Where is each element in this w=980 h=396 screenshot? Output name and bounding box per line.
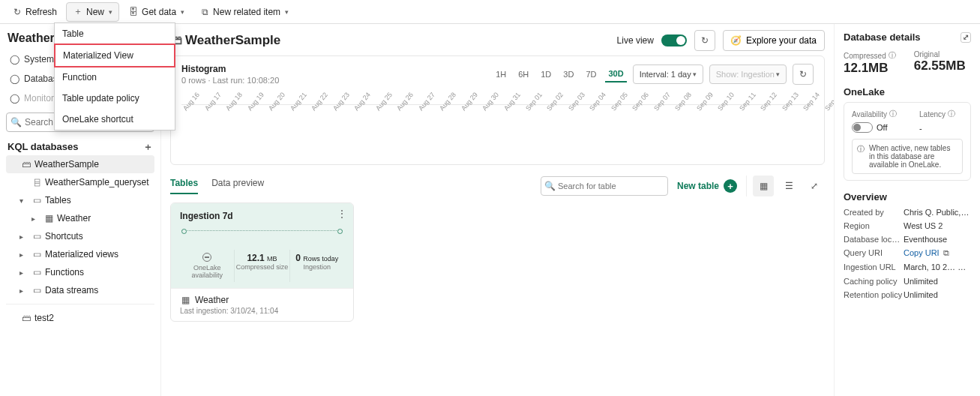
info-icon: ⓘ (889, 109, 897, 119)
range-1d[interactable]: 1D (538, 67, 554, 82)
tree-label: Materialized views (45, 249, 118, 260)
tile-menu-button[interactable]: ⋮ (337, 208, 347, 220)
tile-stat: 12.1 MBCompressed size (234, 250, 289, 282)
detail-row: Database locati…Eventhouse (844, 232, 971, 246)
new-menu-item-table[interactable]: Table (55, 23, 175, 44)
table-search: 🔍 (541, 176, 668, 196)
tree-group-tables[interactable]: ▾▭Tables (6, 191, 154, 209)
tree-group-materialized-views[interactable]: ▸▭Materialized views (6, 245, 154, 263)
stat-label: Ingestion (290, 263, 344, 271)
detail-key: Retention policy (844, 290, 904, 299)
detail-value: West US 2 (904, 221, 943, 230)
new-menu-item-table-update-policy[interactable]: Table update policy (55, 88, 175, 109)
availability-label: Availability (852, 110, 887, 118)
tree-table-weather[interactable]: ▸▦Weather (6, 209, 154, 227)
search-icon: 🔍 (545, 181, 556, 191)
tree-label: WeatherSample_queryset (45, 177, 149, 188)
compressed-value: 12.1MB (844, 61, 896, 76)
new-related-label: New related item (213, 7, 280, 17)
view-grid-button[interactable]: ▦ (753, 176, 774, 196)
tab-tables[interactable]: Tables (170, 178, 198, 194)
overview-heading: Overview (844, 191, 971, 202)
view-list-button[interactable]: ☰ (778, 176, 799, 196)
chevron-down-icon: ▾ (285, 8, 289, 16)
range-30d[interactable]: 30D (605, 66, 626, 82)
stat-label: OneLake availability (180, 264, 234, 279)
plus-icon[interactable]: ＋ (142, 142, 153, 152)
range-7d[interactable]: 7D (583, 67, 599, 82)
grid-icon: ▦ (758, 181, 769, 191)
info-icon: ⓘ (948, 109, 955, 119)
copy-uri-link[interactable]: Copy URI (904, 248, 940, 257)
kql-databases-heading: KQL databases ＋ (7, 141, 153, 152)
detail-key: Created by (844, 208, 904, 217)
expand-icon: ⤢ (809, 181, 820, 191)
range-3d[interactable]: 3D (560, 67, 577, 82)
detail-row: RegionWest US 2 (844, 219, 971, 232)
tree-label: Shortcuts (45, 231, 83, 242)
histogram-title: Histogram (181, 64, 279, 74)
top-toolbar: ↻ Refresh ＋ New ▾ 🗄 Get data ▾ ⧉ New rel… (0, 0, 980, 24)
new-related-item-button[interactable]: ⧉ New related item ▾ (193, 2, 295, 22)
details-heading: Database details (844, 32, 921, 43)
info-icon: ⓘ (857, 144, 865, 154)
detail-key: Query URI (844, 248, 904, 258)
tree-queryset[interactable]: ⌸WeatherSample_queryset (6, 173, 154, 191)
live-view-toggle[interactable] (661, 34, 687, 46)
histogram-refresh-button[interactable]: ↻ (793, 64, 814, 85)
plus-circle-icon: + (724, 179, 737, 193)
detail-value: Eventhouse (904, 235, 947, 244)
refresh-main-button[interactable]: ↻ (694, 30, 715, 51)
sidebar-nav-label: System (24, 54, 54, 64)
copy-uri-link[interactable]: Copy URI (958, 262, 971, 272)
refresh-icon: ↻ (700, 35, 710, 46)
get-data-button[interactable]: 🗄 Get data ▾ (122, 2, 190, 22)
range-6h[interactable]: 6H (515, 67, 532, 82)
interval-select[interactable]: Interval: 1 day ▾ (633, 64, 703, 84)
detail-value: March, 10 2… (904, 262, 955, 272)
database-icon: 🗃 (21, 313, 31, 323)
folder-icon: ▭ (31, 249, 42, 260)
tree-label: Weather (57, 213, 91, 224)
new-table-button[interactable]: New table + (677, 179, 737, 193)
chevron-icon: ▸ (19, 232, 28, 241)
explore-data-button[interactable]: 🧭 Explore your data (723, 30, 825, 51)
onelake-box: Availability ⓘ Off Latency ⓘ - ⓘ When ac… (844, 102, 971, 181)
refresh-icon: ↻ (798, 69, 808, 80)
tree-db-weathersample[interactable]: 🗃WeatherSample (6, 155, 154, 173)
onelake-info-text: When active, new tables in this database… (869, 144, 958, 169)
tree-group-shortcuts[interactable]: ▸▭Shortcuts (6, 227, 154, 245)
tab-data-preview[interactable]: Data preview (211, 178, 264, 194)
new-menu-item-onelake-shortcut[interactable]: OneLake shortcut (55, 109, 175, 130)
refresh-icon: ↻ (12, 7, 22, 17)
onelake-off-icon (202, 253, 211, 262)
view-expand-button[interactable]: ⤢ (804, 176, 825, 196)
histogram-chart: Aug 16Aug 17Aug 18Aug 19Aug 20Aug 21Aug … (181, 104, 814, 157)
stat-label: Compressed size (235, 263, 289, 271)
copy-icon[interactable]: ⧉ (943, 248, 949, 257)
table-search-input[interactable] (541, 176, 668, 196)
new-menu-item-function[interactable]: Function (55, 67, 175, 88)
stat-value: 0 Rows today (290, 253, 344, 263)
table-tile[interactable]: ⋮ Ingestion 7d OneLake availability12.1 … (170, 202, 354, 322)
onelake-availability-toggle[interactable] (852, 122, 873, 133)
new-menu-item-materialized-view[interactable]: Materialized View (54, 44, 175, 68)
expand-icon[interactable]: ⤢ (961, 32, 971, 43)
tree-label: Functions (45, 267, 84, 278)
tree-group-functions[interactable]: ▸▭Functions (6, 263, 154, 281)
range-1h[interactable]: 1H (493, 67, 509, 82)
detail-value: Unlimited (904, 290, 938, 299)
tree-label: Data streams (45, 285, 98, 296)
stat-value: 12.1 MB (235, 253, 289, 263)
folder-icon: ▭ (31, 195, 42, 206)
latency-label: Latency (919, 110, 946, 118)
tree-group-data-streams[interactable]: ▸▭Data streams (6, 281, 154, 299)
folder-icon: ▭ (31, 285, 42, 296)
refresh-button[interactable]: ↻ Refresh (6, 2, 63, 22)
tree-db-test2[interactable]: 🗃 test2 (6, 309, 154, 327)
chevron-icon: ▸ (19, 268, 28, 277)
detail-row: Query URICopy URI ⧉ (844, 246, 971, 260)
show-select[interactable]: Show: Ingestion ▾ (709, 64, 787, 84)
info-icon: ⓘ (889, 50, 896, 61)
new-button[interactable]: ＋ New ▾ (66, 2, 119, 22)
